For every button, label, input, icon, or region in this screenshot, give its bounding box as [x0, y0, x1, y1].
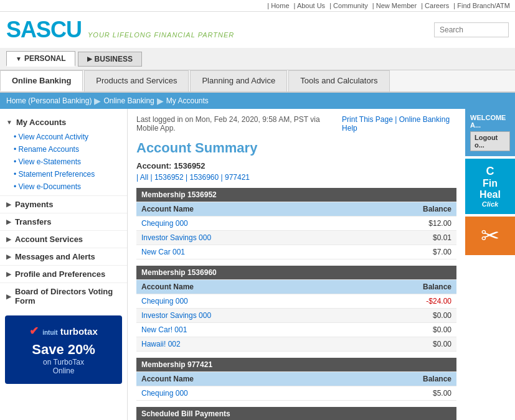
col-header-balance-3: Balance — [334, 372, 456, 386]
sidebar-payments-label: Payments — [15, 200, 53, 209]
membership-1536960-table: Membership 1536960 Account Name Balance … — [136, 266, 456, 352]
sidebar-view-e-statements[interactable]: View e-Statements — [0, 156, 127, 168]
table-row: Investor Savings 000 $0.00 — [136, 309, 456, 323]
col-header-balance-1: Balance — [352, 202, 456, 217]
sidebar-view-account-activity[interactable]: View Account Activity — [0, 131, 127, 143]
breadcrumb-section[interactable]: Online Banking — [103, 96, 154, 105]
account-number: 1536952 — [174, 161, 206, 170]
promo-orange-box[interactable]: ✂ — [465, 217, 515, 255]
sidebar-transfers[interactable]: ▶ Transfers — [0, 213, 127, 230]
sidebar-my-accounts-header[interactable]: ▼ My Accounts — [0, 114, 127, 131]
sidebar-rename-accounts[interactable]: Rename Accounts — [0, 143, 127, 156]
top-link-new-member[interactable]: New Member — [370, 2, 417, 9]
balance-cell: $0.01 — [352, 231, 456, 245]
logo-tagline: Your Lifelong Financial Partner — [88, 31, 234, 39]
sidebar-profile-preferences[interactable]: ▶ Profile and Preferences — [0, 265, 127, 282]
balance-cell: $0.00 — [352, 309, 456, 323]
account-summary-title: Account Summary — [136, 140, 456, 156]
fin-health-click: Click — [469, 200, 511, 208]
top-link-about[interactable]: About Us — [291, 2, 326, 9]
turbotax-save-line2: on TurboTax — [11, 358, 116, 366]
sidebar-account-services-label: Account Services — [15, 235, 83, 244]
account-name-cell[interactable]: Chequing 000 — [136, 294, 352, 309]
sidebar-board-of-directors[interactable]: ▶ Board of Directors Voting Form — [0, 282, 127, 309]
sidebar-payments[interactable]: ▶ Payments — [0, 195, 127, 213]
account-name-cell[interactable]: Chequing 000 — [136, 217, 352, 231]
search-input[interactable] — [434, 22, 509, 37]
balance-cell: $0.00 — [352, 337, 456, 352]
turbotax-check-icon: ✔ — [29, 324, 39, 338]
sidebar-messages-alerts[interactable]: ▶ Messages and Alerts — [0, 248, 127, 265]
print-page-link[interactable]: Print This Page — [342, 115, 393, 124]
table-row: Investor Savings 000 $0.01 — [136, 231, 456, 245]
tab-products-services[interactable]: Products and Services — [84, 70, 189, 91]
scissors-icon: ✂ — [469, 223, 511, 249]
table-row: Hawaii! 002 $0.00 — [136, 337, 456, 352]
tab-tools-calculators[interactable]: Tools and Calculators — [288, 70, 389, 91]
membership-1536952-table: Membership 1536952 Account Name Balance … — [136, 188, 456, 259]
table-row: New Car 001 $7.00 — [136, 245, 456, 259]
membership-977421-header-row: Membership 977421 — [136, 358, 456, 372]
top-link-careers[interactable]: Careers — [418, 2, 449, 9]
messages-alerts-triangle-icon: ▶ — [6, 253, 11, 260]
membership-977421-table: Membership 977421 Account Name Balance C… — [136, 358, 456, 401]
account-filters: | All | 1536952 | 1536960 | 977421 — [136, 173, 456, 182]
account-name-cell[interactable]: Investor Savings 000 — [136, 309, 352, 323]
sidebar-statement-preferences[interactable]: Statement Preferences — [0, 168, 127, 180]
top-link-community[interactable]: Community — [327, 2, 368, 9]
last-logged-text: Last logged in on Mon, Feb 24, 2020, 9:5… — [136, 115, 342, 133]
scheduled-bill-payments-table: Scheduled Bill Payments Membership 15369… — [136, 407, 456, 420]
membership-1536952-header-row: Membership 1536952 — [136, 188, 456, 202]
filter-all[interactable]: All — [140, 173, 148, 182]
tab-planning-advice[interactable]: Planning and Advice — [190, 70, 287, 91]
breadcrumb-current: My Accounts — [166, 96, 209, 105]
breadcrumb-home[interactable]: Home (Personal Banking) — [6, 96, 92, 105]
transfers-triangle-icon: ▶ — [6, 218, 11, 225]
membership-1536960-header-row: Membership 1536960 — [136, 266, 456, 280]
account-name-cell[interactable]: New Car! 001 — [136, 323, 352, 337]
sidebar-view-e-documents[interactable]: View e-Documents — [0, 180, 127, 193]
payments-triangle-icon: ▶ — [6, 201, 11, 208]
scheduled-bill-payments-header: Scheduled Bill Payments — [136, 407, 456, 420]
account-name-cell[interactable]: New Car 001 — [136, 245, 352, 259]
filter-1536952[interactable]: 1536952 — [154, 173, 184, 182]
sidebar-my-accounts: ▼ My Accounts View Account Activity Rena… — [0, 114, 127, 193]
filter-977421[interactable]: 977421 — [225, 173, 250, 182]
turbotax-ad[interactable]: ✔ intuit turbotax Save 20% on TurboTax O… — [5, 315, 122, 384]
sidebar-messages-alerts-label: Messages and Alerts — [15, 252, 95, 261]
tab-online-banking[interactable]: Online Banking — [0, 70, 83, 91]
top-link-find-branch[interactable]: Find Branch/ATM — [451, 2, 510, 9]
fin-health-box[interactable]: C Fin Heal Click — [465, 159, 515, 214]
business-toggle[interactable]: ▶ BUSINESS — [78, 52, 142, 67]
col-header-account-name-1: Account Name — [136, 202, 352, 217]
search-box[interactable] — [434, 22, 509, 37]
filter-1536960[interactable]: 1536960 — [189, 173, 219, 182]
col-header-account-name-3: Account Name — [136, 372, 334, 386]
right-panel: WELCOME A... Logout o... C Fin Heal Clic… — [465, 109, 515, 420]
sidebar-account-services[interactable]: ▶ Account Services — [0, 230, 127, 248]
logout-button[interactable]: Logout o... — [470, 131, 510, 151]
profile-preferences-triangle-icon: ▶ — [6, 271, 11, 278]
personal-toggle[interactable]: ▼ PERSONAL — [6, 51, 75, 67]
account-name-cell[interactable]: Chequing 000 — [136, 386, 334, 401]
sidebar-my-accounts-items: View Account Activity Rename Accounts Vi… — [0, 131, 127, 193]
turbotax-save-line3: Online — [11, 366, 116, 375]
board-directors-triangle-icon: ▶ — [6, 293, 11, 300]
membership-1536952-col-headers: Account Name Balance — [136, 202, 456, 217]
membership-1536960-col-headers: Account Name Balance — [136, 280, 456, 294]
account-label-row: Account: 1536952 — [136, 161, 456, 170]
my-accounts-triangle-icon: ▼ — [6, 119, 12, 126]
breadcrumb-sep-1: ▶ — [94, 96, 101, 106]
account-name-cell[interactable]: Investor Savings 000 — [136, 231, 352, 245]
sidebar-profile-preferences-label: Profile and Preferences — [15, 269, 105, 279]
account-name-cell[interactable]: Hawaii! 002 — [136, 337, 352, 352]
breadcrumb-sep-2: ▶ — [157, 96, 164, 106]
table-row: Chequing 000 $5.00 — [136, 386, 456, 401]
top-links-bar: Home About Us Community New Member Caree… — [0, 0, 515, 12]
sidebar-transfers-label: Transfers — [15, 217, 52, 226]
fin-health-fin: Fin — [469, 178, 511, 189]
sidebar-board-directors-label: Board of Directors Voting Form — [15, 287, 121, 306]
account-label-text: Account: — [136, 161, 171, 170]
top-link-home[interactable]: Home — [265, 2, 289, 9]
account-services-triangle-icon: ▶ — [6, 236, 11, 243]
